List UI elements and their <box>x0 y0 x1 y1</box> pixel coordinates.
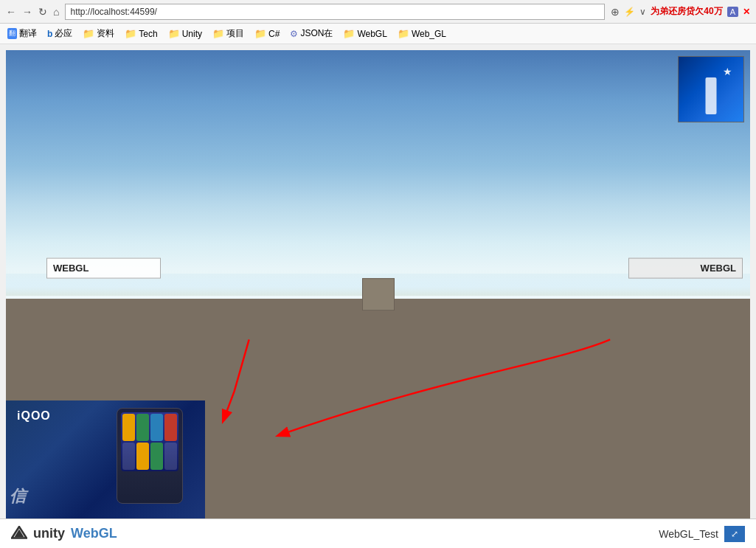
webgl-input-right[interactable]: WEBGL <box>628 257 743 278</box>
bookmark-assets[interactable]: 📁 资料 <box>78 26 119 41</box>
promo-text: 为弟还房贷欠40万 <box>651 5 722 18</box>
app-icon-1 <box>122 414 135 441</box>
bidu-icon: b <box>47 29 52 39</box>
bookmarks-bar: 翻 翻译 b 必应 📁 资料 📁 Tech 📁 Unity 📁 项目 📁 C# … <box>0 24 756 44</box>
app-icon-3 <box>150 414 163 441</box>
bookmark-bidu[interactable]: b 必应 <box>43 26 77 41</box>
footer-left: unity WebGL <box>11 526 117 542</box>
bookmark-tech[interactable]: 📁 Tech <box>120 27 162 41</box>
back-icon[interactable]: ← <box>6 6 16 18</box>
browser-actions: ⊕ ⚡ ∨ 为弟还房贷欠40万 A ✕ <box>611 5 750 18</box>
bookmark-webgl1[interactable]: 📁 WebGL <box>339 27 391 41</box>
app-icon-6 <box>136 443 149 470</box>
refresh-icon[interactable]: ↻ <box>38 6 47 18</box>
folder-icon: 📁 <box>212 28 224 39</box>
bookmark-project[interactable]: 📁 项目 <box>208 26 249 41</box>
bookmark-webgl2-label: Web_GL <box>412 29 446 39</box>
phone-brand-watermark: 信 <box>10 485 26 507</box>
chevron-down-icon[interactable]: ∨ <box>639 7 646 17</box>
browser-titlebar: ← → ↻ ⌂ http://localhost:44599/ ⊕ ⚡ ∨ 为弟… <box>0 0 756 24</box>
fullscreen-button[interactable]: ⤢ <box>724 526 745 542</box>
address-text: http://localhost:44599/ <box>70 7 156 17</box>
app-icon-5 <box>122 443 135 470</box>
bookmark-translate[interactable]: 翻 翻译 <box>3 26 41 41</box>
footer-unity-text: unity <box>33 526 65 541</box>
footer-title: WebGL_Test <box>659 528 718 540</box>
forward-icon[interactable]: → <box>22 6 32 18</box>
phone-brand-label: iQOO <box>17 409 51 423</box>
app-icon-7 <box>150 443 163 470</box>
thumbnail-image: ★ <box>678 56 744 122</box>
bookmark-tech-label: Tech <box>139 29 157 39</box>
close-icon[interactable]: ✕ <box>743 7 750 17</box>
app-icon-8 <box>164 443 177 470</box>
bookmark-json[interactable]: ⚙ JSON在 <box>285 26 337 41</box>
translate-icon: 翻 <box>7 28 17 39</box>
bookmark-assets-label: 资料 <box>97 27 114 40</box>
lightning-icon[interactable]: ⚡ <box>624 7 635 17</box>
bookmark-webgl2[interactable]: 📁 Web_GL <box>393 27 451 41</box>
phone-device <box>117 408 183 504</box>
bookmark-unity[interactable]: 📁 Unity <box>164 27 207 41</box>
app-icon-4 <box>164 414 177 441</box>
webgl-left-label: WEBGL <box>53 263 89 274</box>
webgl-right-label: WEBGL <box>701 263 736 274</box>
app-icon-2 <box>136 414 149 441</box>
extension-icon[interactable]: A <box>727 7 738 17</box>
phone-thumbnail: iQOO 信 <box>6 400 205 518</box>
folder-icon: 📁 <box>343 28 355 39</box>
footer-right: WebGL_Test ⤢ <box>659 526 745 542</box>
unity-canvas[interactable]: WEBGL WEBGL ★ iQOO <box>6 50 750 518</box>
phone-screen <box>121 412 178 471</box>
webgl-input-left[interactable]: WEBGL <box>46 257 161 278</box>
folder-icon: 📁 <box>254 28 266 39</box>
folder-icon: 📁 <box>168 28 180 39</box>
thumbnail-pole <box>706 77 717 114</box>
share-icon[interactable]: ⊕ <box>611 6 620 18</box>
expand-icon: ⤢ <box>731 529 738 539</box>
bookmark-json-label: JSON在 <box>300 27 333 40</box>
folder-icon: 📁 <box>125 28 136 39</box>
bookmark-project-label: 项目 <box>226 27 244 40</box>
bookmark-csharp[interactable]: 📁 C# <box>250 27 284 41</box>
gear-icon: ⚙ <box>290 29 298 39</box>
bookmark-webgl1-label: WebGL <box>357 29 386 39</box>
thumbnail-star: ★ <box>723 66 732 77</box>
footer: unity WebGL WebGL_Test ⤢ <box>0 518 756 548</box>
unity-logo-icon <box>11 526 27 542</box>
address-bar[interactable]: http://localhost:44599/ <box>65 4 605 20</box>
3d-cube <box>362 278 395 311</box>
main-content: WEBGL WEBGL ★ iQOO <box>0 44 756 518</box>
bookmark-translate-label: 翻译 <box>19 27 37 40</box>
bookmark-bidu-label: 必应 <box>55 27 72 40</box>
bookmark-csharp-label: C# <box>268 29 280 39</box>
footer-webgl-text: WebGL <box>71 526 117 541</box>
bookmark-unity-label: Unity <box>182 29 202 39</box>
folder-icon: 📁 <box>83 28 94 39</box>
home-icon[interactable]: ⌂ <box>53 6 59 18</box>
folder-icon: 📁 <box>398 28 409 39</box>
